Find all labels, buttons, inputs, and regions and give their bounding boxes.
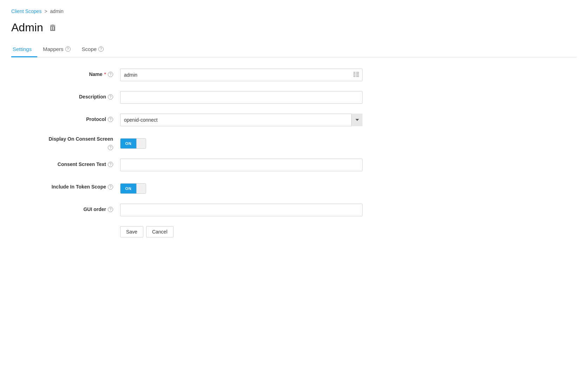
settings-form: Name * ? [11, 69, 362, 237]
page-header: Admin [11, 21, 577, 34]
protocol-label: Protocol [86, 116, 106, 122]
toggle-off-handle [136, 139, 146, 148]
display-consent-label: Display On Consent Screen [48, 136, 113, 142]
name-list-icon [353, 72, 359, 78]
protocol-control: openid-connect saml [120, 114, 362, 126]
svg-rect-2 [353, 74, 355, 74]
token-scope-toggle-track[interactable]: ON [120, 183, 146, 194]
name-required: * [104, 71, 106, 77]
svg-rect-6 [353, 76, 355, 77]
description-help-icon[interactable]: ? [108, 94, 113, 100]
page-title: Admin [11, 21, 43, 34]
token-scope-on-label: ON [120, 184, 136, 193]
token-scope-toggle[interactable]: ON [120, 183, 146, 194]
token-scope-off-handle [136, 184, 146, 193]
form-buttons: Save Cancel [120, 226, 362, 237]
display-consent-toggle-track[interactable]: ON [120, 138, 146, 149]
protocol-row: Protocol ? openid-connect saml [11, 114, 362, 128]
svg-rect-0 [353, 72, 355, 73]
gui-order-label-col: GUI order ? [11, 204, 120, 212]
cancel-button[interactable]: Cancel [146, 226, 174, 237]
description-input[interactable] [120, 91, 362, 104]
token-scope-label: Include In Token Scope [52, 184, 106, 190]
protocol-label-col: Protocol ? [11, 114, 120, 122]
svg-rect-1 [356, 72, 359, 73]
svg-rect-4 [353, 75, 355, 76]
mappers-help-icon[interactable]: ? [65, 46, 71, 52]
display-consent-label-col: Display On Consent Screen ? [11, 136, 120, 150]
breadcrumb-separator: > [44, 8, 47, 14]
token-scope-control: ON [120, 181, 362, 194]
tabs: Settings Mappers ? Scope ? [11, 43, 577, 57]
consent-text-input[interactable] [120, 159, 362, 171]
description-label: Description [79, 94, 106, 100]
gui-order-label: GUI order [83, 206, 106, 212]
protocol-select-wrapper: openid-connect saml [120, 114, 362, 126]
svg-rect-3 [356, 74, 359, 74]
name-input-wrapper [120, 69, 362, 81]
tab-mappers[interactable]: Mappers ? [41, 43, 76, 57]
tab-settings-label: Settings [13, 46, 32, 52]
name-input[interactable] [120, 69, 362, 81]
svg-rect-5 [356, 75, 359, 76]
trash-icon [50, 25, 56, 31]
breadcrumb-current: admin [50, 8, 64, 14]
consent-text-row: Consent Screen Text ? [11, 159, 362, 173]
name-control [120, 69, 362, 81]
display-consent-toggle[interactable]: ON [120, 138, 146, 149]
description-control [120, 91, 362, 104]
consent-text-help-icon[interactable]: ? [108, 162, 113, 167]
name-label: Name [89, 71, 102, 77]
protocol-select[interactable]: openid-connect saml [120, 114, 362, 126]
tab-scope-label: Scope [82, 46, 97, 52]
consent-text-label-col: Consent Screen Text ? [11, 159, 120, 167]
delete-button[interactable] [48, 23, 57, 32]
token-scope-row: Include In Token Scope ? ON [11, 181, 362, 195]
name-help-icon[interactable]: ? [108, 72, 113, 77]
consent-text-label: Consent Screen Text [58, 161, 106, 167]
gui-order-control [120, 204, 362, 216]
save-button[interactable]: Save [120, 226, 143, 237]
breadcrumb: Client Scopes > admin [11, 8, 577, 14]
scope-help-icon[interactable]: ? [98, 46, 104, 52]
breadcrumb-link[interactable]: Client Scopes [11, 8, 41, 14]
tab-mappers-label: Mappers [43, 46, 63, 52]
tab-settings[interactable]: Settings [11, 43, 37, 57]
description-label-col: Description ? [11, 91, 120, 100]
description-row: Description ? [11, 91, 362, 105]
gui-order-row: GUI order ? [11, 204, 362, 218]
svg-rect-7 [356, 76, 359, 77]
name-row: Name * ? [11, 69, 362, 83]
display-consent-control: ON [120, 136, 362, 149]
token-scope-help-icon[interactable]: ? [108, 184, 113, 190]
gui-order-input[interactable] [120, 204, 362, 216]
tab-scope[interactable]: Scope ? [80, 43, 110, 57]
display-consent-row: Display On Consent Screen ? ON [11, 136, 362, 150]
display-consent-help-icon[interactable]: ? [108, 145, 113, 150]
gui-order-help-icon[interactable]: ? [108, 207, 113, 212]
name-label-col: Name * ? [11, 69, 120, 77]
consent-text-control [120, 159, 362, 171]
protocol-help-icon[interactable]: ? [108, 117, 113, 122]
toggle-on-label: ON [120, 139, 136, 148]
token-scope-label-col: Include In Token Scope ? [11, 181, 120, 190]
